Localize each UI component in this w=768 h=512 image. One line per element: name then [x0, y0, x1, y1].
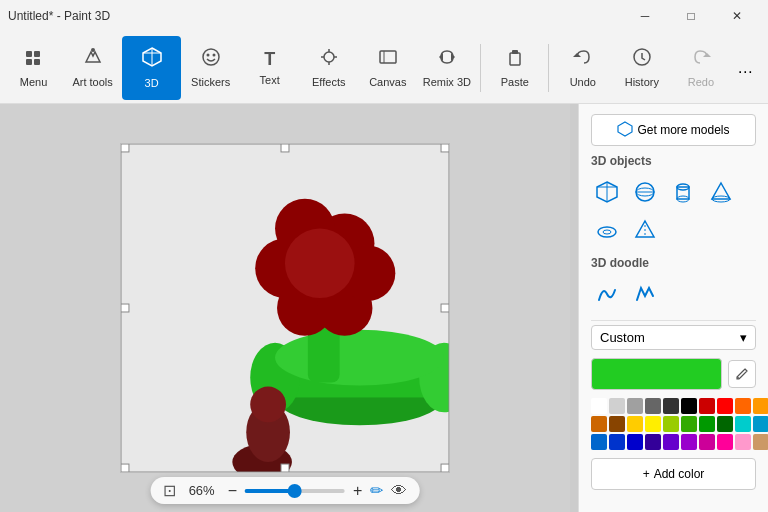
svg-marker-22: [573, 53, 581, 57]
toolbar-undo[interactable]: Undo: [553, 36, 612, 100]
canvas-area[interactable]: ⊡ 66% − + ✏ 👁: [0, 104, 570, 512]
color-cell[interactable]: [609, 416, 625, 432]
svg-rect-1: [34, 51, 40, 57]
color-cell[interactable]: [699, 398, 715, 414]
paste-icon: [505, 47, 525, 72]
redo-icon: [691, 47, 711, 72]
toolbar-stickers[interactable]: Stickers: [181, 36, 240, 100]
scene-svg: [121, 144, 449, 472]
pencil-view-button[interactable]: ✏: [370, 481, 383, 500]
svg-point-41: [250, 387, 286, 423]
eye-button[interactable]: 👁: [391, 482, 407, 500]
color-cell[interactable]: [717, 416, 733, 432]
color-cell[interactable]: [591, 416, 607, 432]
shape-cube[interactable]: [591, 176, 623, 208]
close-button[interactable]: ✕: [714, 0, 760, 32]
color-cell[interactable]: [717, 398, 733, 414]
color-cell[interactable]: [645, 398, 661, 414]
svg-marker-24: [703, 53, 711, 57]
paste-label: Paste: [501, 76, 529, 88]
svg-point-63: [598, 227, 616, 237]
zoom-slider[interactable]: [245, 489, 345, 493]
svg-marker-51: [618, 122, 632, 136]
color-cell[interactable]: [699, 434, 715, 450]
minimize-button[interactable]: ─: [622, 0, 668, 32]
color-cell[interactable]: [681, 416, 697, 432]
color-cell[interactable]: [591, 398, 607, 414]
color-cell[interactable]: [663, 416, 679, 432]
effects-icon: [319, 47, 339, 72]
shape-cylinder[interactable]: [667, 176, 699, 208]
svg-rect-21: [512, 50, 518, 54]
zoom-out-button[interactable]: −: [228, 482, 237, 500]
shape-cone[interactable]: [705, 176, 737, 208]
svg-rect-43: [121, 144, 129, 152]
custom-dropdown[interactable]: Custom ▾: [591, 325, 756, 350]
art-tools-label: Art tools: [72, 76, 112, 88]
svg-rect-44: [281, 144, 289, 152]
svg-point-8: [203, 49, 219, 65]
toolbar-history[interactable]: History: [612, 36, 671, 100]
add-color-button[interactable]: + Add color: [591, 458, 756, 490]
window-controls: ─ □ ✕: [622, 0, 760, 32]
toolbar-redo[interactable]: Redo: [671, 36, 730, 100]
doodle3d-label: 3D doodle: [591, 256, 756, 270]
toolbar-menu[interactable]: Menu: [4, 36, 63, 100]
doodle-sharp[interactable]: [629, 278, 661, 310]
frame-view-button[interactable]: ⊡: [163, 481, 176, 500]
color-cell[interactable]: [735, 416, 751, 432]
right-panel: Get more models 3D objects: [578, 104, 768, 512]
shape-pyramid[interactable]: [629, 214, 661, 246]
active-color-swatch[interactable]: [591, 358, 722, 390]
color-cell[interactable]: [645, 434, 661, 450]
svg-rect-45: [441, 144, 449, 152]
svg-rect-50: [441, 464, 449, 472]
models-icon: [617, 121, 633, 140]
eyedropper-button[interactable]: [728, 360, 756, 388]
color-cell[interactable]: [663, 398, 679, 414]
color-cell[interactable]: [717, 434, 733, 450]
color-cell[interactable]: [681, 398, 697, 414]
vertical-scrollbar[interactable]: [570, 104, 578, 512]
color-cell[interactable]: [753, 416, 768, 432]
maximize-button[interactable]: □: [668, 0, 714, 32]
toolbar-remix3d[interactable]: Remix 3D: [417, 36, 476, 100]
toolbar-effects[interactable]: Effects: [299, 36, 358, 100]
color-cell[interactable]: [753, 398, 768, 414]
color-cell[interactable]: [609, 434, 625, 450]
toolbar-paste[interactable]: Paste: [485, 36, 544, 100]
zoom-in-button[interactable]: +: [353, 482, 362, 500]
canvas-label: Canvas: [369, 76, 406, 88]
more-options-button[interactable]: …: [730, 52, 760, 84]
text-label: Text: [260, 74, 280, 86]
shape-torus[interactable]: [591, 214, 623, 246]
zoom-slider-thumb[interactable]: [288, 484, 302, 498]
doodle-smooth[interactable]: [591, 278, 623, 310]
canvas-container[interactable]: [120, 143, 450, 473]
color-cell[interactable]: [591, 434, 607, 450]
toolbar-separator-2: [548, 44, 549, 92]
toolbar-canvas[interactable]: Canvas: [358, 36, 417, 100]
color-swatch-row: [591, 358, 756, 390]
effects-label: Effects: [312, 76, 345, 88]
color-cell[interactable]: [663, 434, 679, 450]
shape-sphere[interactable]: [629, 176, 661, 208]
panel-top-section: Get more models 3D objects: [579, 104, 768, 500]
color-cell[interactable]: [681, 434, 697, 450]
color-cell[interactable]: [753, 434, 768, 450]
color-cell[interactable]: [627, 434, 643, 450]
custom-label: Custom: [600, 330, 645, 345]
color-cell[interactable]: [645, 416, 661, 432]
svg-rect-2: [26, 59, 32, 65]
color-cell[interactable]: [609, 398, 625, 414]
color-cell[interactable]: [735, 434, 751, 450]
toolbar-art-tools[interactable]: Art tools: [63, 36, 122, 100]
toolbar-text[interactable]: T Text: [240, 36, 299, 100]
color-cell[interactable]: [699, 416, 715, 432]
get-models-button[interactable]: Get more models: [591, 114, 756, 146]
panel-divider: [591, 320, 756, 321]
toolbar-3d[interactable]: 3D: [122, 36, 181, 100]
color-cell[interactable]: [627, 416, 643, 432]
color-cell[interactable]: [627, 398, 643, 414]
color-cell[interactable]: [735, 398, 751, 414]
